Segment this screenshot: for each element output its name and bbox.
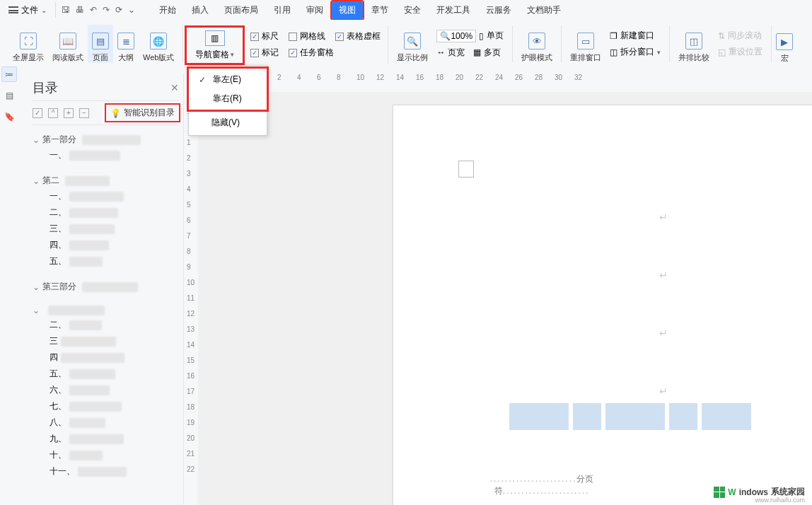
bookmark-tab-icon[interactable]: 🔖 xyxy=(1,109,17,124)
ruler-tick: 12 xyxy=(376,74,384,81)
toc-section[interactable]: ⌄ xyxy=(33,304,179,317)
toc-item[interactable]: 二、 xyxy=(50,204,179,221)
rearrange-button[interactable]: ▭重排窗口 xyxy=(566,25,605,63)
toc-item[interactable]: 十一、 xyxy=(50,463,179,480)
dock-right-item[interactable]: 靠右(R) xyxy=(190,89,265,108)
quick-access-bar: 🖫 🖶 ↶ ↷ ⟳ ⌄ xyxy=(55,2,138,18)
ruler-tick: 24 xyxy=(495,74,503,81)
web-button[interactable]: 🌐Web版式 xyxy=(139,25,178,63)
ruler-tick: 7 xyxy=(187,232,191,240)
toc-item[interactable]: 三 xyxy=(50,333,179,349)
hide-item[interactable]: 隐藏(V) xyxy=(189,113,267,132)
save-icon[interactable]: 🖫 xyxy=(62,5,70,15)
multi-page-icon[interactable]: ▦ xyxy=(473,47,481,57)
toc-section[interactable]: ⌄第二 xyxy=(33,173,179,188)
toc-item-label: 二、 xyxy=(50,207,66,219)
collapse-all-icon[interactable]: ^ xyxy=(48,108,58,118)
vertical-ruler[interactable]: 2112345678910111213141516171819202122 xyxy=(184,86,198,505)
toc-section[interactable]: ⌄第一部分 xyxy=(33,132,179,147)
refresh-icon[interactable]: ⟳ xyxy=(115,5,122,15)
macro-button[interactable]: ▶宏 xyxy=(772,25,797,64)
chevron-down-icon: ⌄ xyxy=(33,176,40,186)
toc-tab-icon[interactable]: ≔ xyxy=(1,66,17,82)
more-icon[interactable]: ⌄ xyxy=(128,5,135,15)
toc-item[interactable]: 一、 xyxy=(50,188,179,204)
dock-left-item[interactable]: ✓靠左(E) xyxy=(190,70,265,89)
virtual-label: 表格虚框 xyxy=(347,30,381,42)
tab-dev[interactable]: 开发工具 xyxy=(429,1,477,19)
page-button[interactable]: ▤页面 xyxy=(88,25,113,63)
chevron-down-icon: ⌄ xyxy=(33,306,40,315)
single-page-icon[interactable]: ▯ xyxy=(479,31,484,41)
split-window-button[interactable]: ◫拆分窗口▾ xyxy=(610,46,661,58)
tab-review[interactable]: 审阅 xyxy=(299,1,330,19)
ruler-tick: 18 xyxy=(436,74,443,81)
toc-item[interactable]: 九、 xyxy=(50,431,179,447)
toc-item[interactable]: 五、 xyxy=(50,366,179,382)
tab-chapter[interactable]: 章节 xyxy=(364,1,395,19)
sync-label: 同步滚动 xyxy=(728,30,762,42)
toc-item[interactable]: 三、 xyxy=(50,221,179,237)
eye-label: 护眼模式 xyxy=(521,52,552,63)
toc-item[interactable]: 一、 xyxy=(50,147,179,163)
toc-item[interactable]: 十、 xyxy=(50,447,179,463)
toc-item[interactable]: 四 xyxy=(50,349,179,366)
reading-button[interactable]: 📖阅读版式 xyxy=(48,25,88,63)
redacted-text xyxy=(69,240,109,250)
virtual-checkbox[interactable]: ✓表格虚框 xyxy=(335,30,381,42)
nav-pane-icon: ▥ xyxy=(205,30,225,46)
outline-button[interactable]: ≣大纲 xyxy=(113,25,139,63)
grid-checkbox[interactable]: 网格线 xyxy=(289,30,325,42)
mark-checkbox[interactable]: ✓标记 xyxy=(250,47,279,59)
redo-icon[interactable]: ↷ xyxy=(103,5,110,15)
page-width-icon[interactable]: ↔ xyxy=(436,47,445,57)
tab-ref[interactable]: 引用 xyxy=(267,1,298,19)
ruler-checkbox[interactable]: ✓标尺 xyxy=(250,30,279,42)
toc-section[interactable]: ⌄第三部分 xyxy=(33,279,179,294)
close-icon[interactable]: ✕ xyxy=(170,82,179,93)
new-window-icon: ❐ xyxy=(610,31,617,41)
promote-icon[interactable]: + xyxy=(64,108,74,118)
new-window-button[interactable]: ❐新建窗口 xyxy=(610,30,661,42)
toc-item[interactable]: 八、 xyxy=(50,414,179,431)
web-icon: 🌐 xyxy=(150,33,167,50)
print-icon[interactable]: 🖶 xyxy=(76,5,84,15)
tab-insert[interactable]: 插入 xyxy=(185,1,216,19)
file-menu-button[interactable]: 文件 ⌄ xyxy=(3,1,52,18)
document-area[interactable]: ↵ ↵ ↵ ↵ 分页符 xyxy=(198,92,812,505)
nav-pane-button[interactable]: ▥ 导航窗格▾ xyxy=(185,25,245,65)
toc-item[interactable]: 二、 xyxy=(50,317,179,333)
undo-icon[interactable]: ↶ xyxy=(90,5,97,15)
redacted-text xyxy=(69,369,115,379)
ruler-tick: 13 xyxy=(187,325,195,333)
toc-item[interactable]: 七、 xyxy=(50,398,179,414)
toc-item[interactable]: 五、 xyxy=(50,253,179,269)
thumbnail-tab-icon[interactable]: ▤ xyxy=(1,88,17,103)
ruler-tick: 2 xyxy=(187,154,191,162)
ruler-tick: 4 xyxy=(297,74,301,81)
zoom-value-box[interactable]: 🔍100% xyxy=(436,30,476,42)
fullscreen-button[interactable]: ⛶全屏显示 xyxy=(8,25,48,63)
compare-button[interactable]: ◫并排比较 xyxy=(674,25,714,63)
macro-icon: ▶ xyxy=(776,33,793,50)
demote-icon[interactable]: − xyxy=(79,108,89,118)
tab-helper[interactable]: 文档助手 xyxy=(520,1,568,19)
toc-item-label: 十一、 xyxy=(50,465,75,477)
tab-view[interactable]: 视图 xyxy=(332,1,363,19)
tab-security[interactable]: 安全 xyxy=(397,1,428,19)
toc-item[interactable]: 六、 xyxy=(50,382,179,398)
eye-care-button[interactable]: 👁护眼模式 xyxy=(517,25,557,63)
ruler-tick: 18 xyxy=(187,403,195,411)
page[interactable]: ↵ ↵ ↵ ↵ 分页符 xyxy=(393,105,812,505)
task-checkbox[interactable]: ✓任务窗格 xyxy=(289,47,334,59)
horizontal-ruler[interactable]: 6422468101214161820222426283032 xyxy=(184,74,812,86)
nav-pane-dropdown: ✓靠左(E) 靠右(R) 隐藏(V) xyxy=(188,65,267,136)
smart-toc-button[interactable]: 💡智能识别目录 xyxy=(106,105,179,121)
expand-all-icon[interactable]: ✓ xyxy=(33,108,42,118)
zoom-button[interactable]: 🔍显示比例 xyxy=(393,25,432,63)
zoom-icon: 🔍 xyxy=(404,33,421,50)
tab-layout[interactable]: 页面布局 xyxy=(217,1,265,19)
tab-cloud[interactable]: 云服务 xyxy=(479,1,518,19)
toc-item[interactable]: 四、 xyxy=(50,237,179,253)
tab-start[interactable]: 开始 xyxy=(152,1,183,19)
